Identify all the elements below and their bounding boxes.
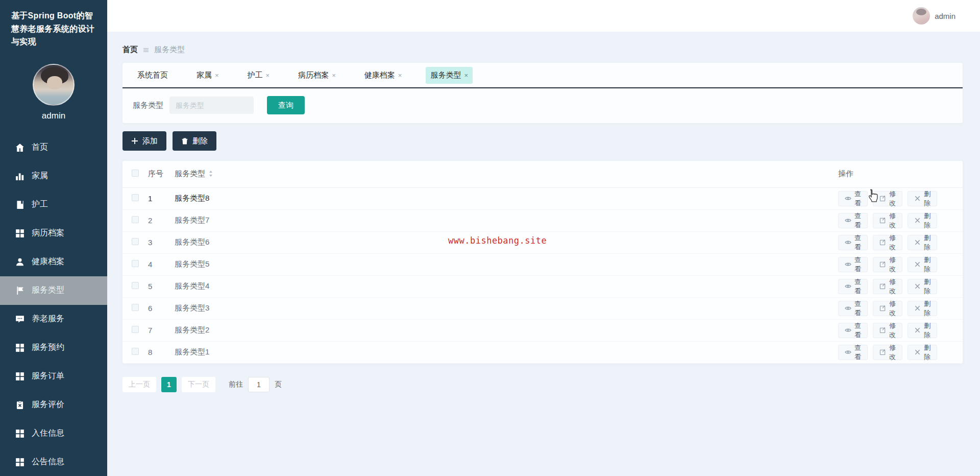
view-button[interactable]: 查看 [838,279,868,294]
book-icon [15,200,24,209]
sidebar-item-护工[interactable]: 护工 [0,191,107,219]
edit-button[interactable]: 修改 [873,235,902,250]
row-checkbox[interactable] [132,194,139,201]
row-checkbox[interactable] [132,326,139,333]
close-icon [914,305,921,312]
select-all-checkbox[interactable] [132,170,139,177]
tab-护工[interactable]: 护工× [243,67,275,84]
sidebar-item-label: 护工 [32,199,48,210]
eye-icon [845,261,851,268]
tab-label: 病历档案 [298,70,329,80]
eye-icon [845,195,851,202]
toolbar: 添加 删除 [122,131,963,151]
row-service-type: 服务类型2 [175,319,838,341]
sidebar-item-label: 公告信息 [32,457,64,467]
row-index: 3 [148,231,175,253]
sidebar-item-健康档案[interactable]: 健康档案 [0,248,107,276]
sidebar-item-服务评价[interactable]: 服务评价 [0,391,107,419]
sidebar-item-养老服务[interactable]: 养老服务 [0,305,107,334]
row-checkbox[interactable] [132,216,139,223]
tab-家属[interactable]: 家属× [192,67,224,84]
edit-button[interactable]: 修改 [873,345,902,360]
table-header-row: 序号 服务类型 操作 [122,161,963,187]
edit-icon [879,327,886,334]
next-page-button[interactable]: 下一页 [182,377,215,392]
bar-chart-icon [15,172,24,181]
sidebar-item-服务预约[interactable]: 服务预约 [0,334,107,362]
sidebar-item-label: 服务评价 [32,399,64,410]
row-delete-button[interactable]: 删除 [908,279,937,294]
view-button[interactable]: 查看 [838,345,868,360]
sidebar-item-label: 健康档案 [32,256,64,267]
row-checkbox[interactable] [132,348,139,355]
edit-button[interactable]: 修改 [873,279,902,294]
sidebar-item-首页[interactable]: 首页 [0,133,107,162]
row-delete-button[interactable]: 删除 [908,301,937,316]
tab-服务类型[interactable]: 服务类型× [426,67,473,84]
sidebar-item-病历档案[interactable]: 病历档案 [0,219,107,248]
tab-close-icon[interactable]: × [398,72,402,79]
row-checkbox[interactable] [132,238,139,245]
edit-button[interactable]: 修改 [873,213,902,228]
column-header-actions: 操作 [838,161,963,187]
sidebar-item-入住信息[interactable]: 入住信息 [0,419,107,448]
row-delete-button[interactable]: 删除 [908,235,937,250]
query-button[interactable]: 查询 [267,96,305,114]
sidebar-item-label: 病历档案 [32,228,64,239]
row-delete-button[interactable]: 删除 [908,213,937,228]
page-1-button[interactable]: 1 [161,377,177,392]
tab-系统首页[interactable]: 系统首页 [133,67,173,84]
mouse-cursor [867,188,880,203]
row-delete-button[interactable]: 删除 [908,257,937,272]
row-checkbox[interactable] [132,260,139,267]
view-button[interactable]: 查看 [838,235,868,250]
plus-icon [131,137,138,145]
close-icon [914,261,921,268]
edit-button[interactable]: 修改 [873,257,902,272]
tab-病历档案[interactable]: 病历档案× [293,67,340,84]
row-checkbox[interactable] [132,282,139,289]
topbar-username[interactable]: admin [935,12,955,20]
tab-close-icon[interactable]: × [332,72,336,79]
user-avatar[interactable] [913,7,930,25]
row-index: 1 [148,187,175,209]
sidebar-item-服务类型[interactable]: 服务类型 [0,276,107,305]
close-icon [914,283,921,290]
view-button[interactable]: 查看 [838,257,868,272]
table-row: 7 服务类型2 查看 修改 删除 [122,319,963,341]
row-delete-button[interactable]: 删除 [908,323,937,338]
prev-page-button[interactable]: 上一页 [122,377,156,392]
row-delete-button[interactable]: 删除 [908,191,937,206]
sort-icon[interactable] [208,170,213,177]
sidebar-item-公告信息[interactable]: 公告信息 [0,448,107,476]
goto-page-input[interactable] [248,377,270,392]
sidebar-item-label: 家属 [32,171,48,181]
view-button[interactable]: 查看 [838,301,868,316]
table-row: 6 服务类型3 查看 修改 删除 [122,297,963,319]
row-index: 5 [148,275,175,297]
row-service-type: 服务类型8 [175,187,838,209]
grid-icon [15,229,24,238]
add-button[interactable]: 添加 [122,131,166,151]
row-service-type: 服务类型7 [175,209,838,231]
view-button[interactable]: 查看 [838,213,868,228]
edit-button[interactable]: 修改 [873,301,902,316]
row-delete-button[interactable]: 删除 [908,345,937,360]
tab-健康档案[interactable]: 健康档案× [360,67,407,84]
sidebar-item-家属[interactable]: 家属 [0,162,107,191]
eye-icon [845,327,851,334]
sidebar-item-服务订单[interactable]: 服务订单 [0,362,107,391]
column-header-type[interactable]: 服务类型 [175,161,838,187]
delete-button[interactable]: 删除 [173,131,216,151]
tab-close-icon[interactable]: × [464,72,468,79]
view-button[interactable]: 查看 [838,323,868,338]
tab-close-icon[interactable]: × [266,72,270,79]
view-button[interactable]: 查看 [838,191,868,206]
search-input[interactable] [169,97,254,114]
row-checkbox[interactable] [132,304,139,311]
trash-icon [181,137,188,145]
sidebar-item-label: 服务订单 [32,371,64,382]
tab-close-icon[interactable]: × [215,72,219,79]
edit-button[interactable]: 修改 [873,323,902,338]
breadcrumb-home[interactable]: 首页 [122,45,138,55]
